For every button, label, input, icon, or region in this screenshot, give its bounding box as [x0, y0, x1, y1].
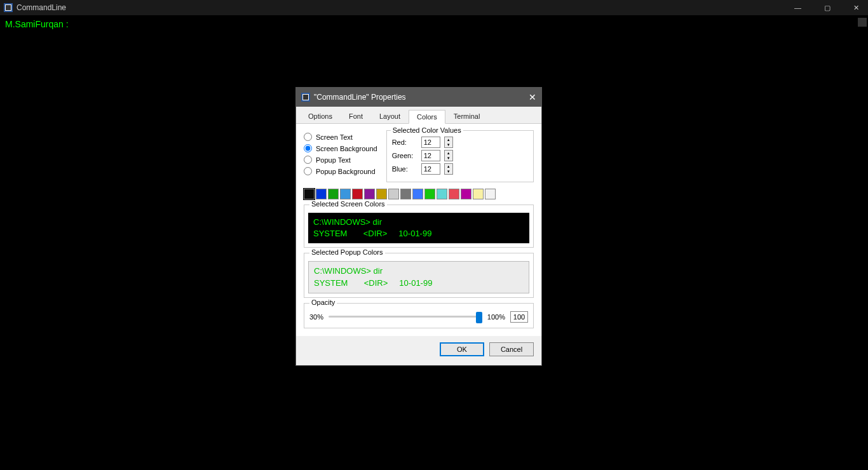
ok-button[interactable]: OK	[440, 342, 484, 356]
dialog-button-row: OK Cancel	[296, 336, 541, 365]
dialog-icon	[301, 93, 310, 102]
maximize-button[interactable]: ▢	[819, 3, 836, 13]
tab-options[interactable]: Options	[300, 109, 341, 123]
color-palette	[304, 189, 534, 199]
dialog-close-button[interactable]: ✕	[529, 92, 536, 102]
tab-colors[interactable]: Colors	[409, 110, 445, 124]
selected-color-values-group: Selected Color Values Red: ▲▼ Green: ▲▼ …	[386, 130, 534, 182]
palette-swatch-0[interactable]	[304, 189, 315, 199]
window-controls: — ▢ ✕	[789, 3, 864, 13]
palette-swatch-4[interactable]	[352, 189, 363, 199]
tab-strip: Options Font Layout Colors Terminal	[296, 107, 541, 124]
color-values-legend: Selected Color Values	[391, 126, 463, 134]
popup-preview-legend: Selected Popup Colors	[309, 248, 385, 256]
palette-swatch-7[interactable]	[388, 189, 399, 199]
opacity-input[interactable]	[510, 311, 528, 323]
dialog-title-text: "CommandLine" Properties	[314, 93, 406, 102]
minimize-button[interactable]: —	[789, 3, 806, 13]
popup-colors-preview: C:\WINDOWS> dir SYSTEM <DIR> 10-01-99	[308, 261, 529, 293]
palette-swatch-1[interactable]	[316, 189, 327, 199]
radio-popup-text-input[interactable]	[304, 156, 312, 164]
radio-screen-background-label: Screen Background	[316, 145, 377, 152]
screen-colors-preview: C:\WINDOWS> dir SYSTEM <DIR> 10-01-99	[308, 213, 529, 243]
tab-colors-body: Screen Text Screen Background Popup Text…	[296, 124, 541, 336]
palette-swatch-12[interactable]	[449, 189, 459, 199]
red-spinner[interactable]: ▲▼	[444, 137, 453, 148]
opacity-slider[interactable]	[329, 316, 482, 318]
green-input[interactable]	[421, 150, 440, 161]
cancel-button[interactable]: Cancel	[489, 342, 534, 356]
tab-terminal[interactable]: Terminal	[445, 109, 489, 123]
opacity-group: Opacity 30% 100%	[304, 303, 534, 328]
radio-screen-background-input[interactable]	[304, 144, 312, 152]
green-spinner[interactable]: ▲▼	[444, 150, 453, 161]
palette-swatch-15[interactable]	[485, 189, 496, 199]
terminal-output: M.SamiFurqan :	[0, 15, 868, 33]
tab-font[interactable]: Font	[341, 109, 371, 123]
palette-swatch-5[interactable]	[364, 189, 375, 199]
radio-screen-text-label: Screen Text	[316, 133, 353, 141]
red-label: Red:	[392, 138, 417, 146]
vertical-scrollbar-up[interactable]	[858, 18, 867, 27]
properties-dialog: "CommandLine" Properties ✕ Options Font …	[295, 87, 542, 366]
palette-swatch-13[interactable]	[461, 189, 471, 199]
terminal-prompt: M.SamiFurqan :	[5, 19, 69, 29]
palette-swatch-10[interactable]	[424, 189, 435, 199]
palette-swatch-3[interactable]	[340, 189, 351, 199]
palette-swatch-14[interactable]	[473, 189, 484, 199]
palette-swatch-2[interactable]	[328, 189, 339, 199]
blue-spinner[interactable]: ▲▼	[444, 163, 453, 175]
palette-swatch-9[interactable]	[412, 189, 423, 199]
radio-popup-background[interactable]: Popup Background	[304, 167, 377, 175]
green-label: Green:	[392, 152, 417, 159]
radio-popup-text-label: Popup Text	[316, 156, 351, 164]
color-target-radios: Screen Text Screen Background Popup Text…	[304, 130, 377, 182]
radio-popup-text[interactable]: Popup Text	[304, 156, 377, 164]
radio-screen-text[interactable]: Screen Text	[304, 133, 377, 141]
app-icon	[4, 3, 13, 12]
blue-input[interactable]	[421, 163, 440, 175]
radio-screen-background[interactable]: Screen Background	[304, 144, 377, 152]
radio-popup-background-label: Popup Background	[316, 168, 376, 175]
palette-swatch-11[interactable]	[437, 189, 447, 199]
opacity-slider-thumb[interactable]	[476, 312, 482, 323]
screen-colors-preview-group: Selected Screen Colors C:\WINDOWS> dir S…	[304, 205, 534, 248]
tab-layout[interactable]: Layout	[371, 109, 409, 123]
blue-label: Blue:	[392, 165, 417, 173]
main-titlebar: CommandLine — ▢ ✕	[0, 0, 868, 15]
svg-rect-5	[303, 95, 308, 100]
screen-preview-legend: Selected Screen Colors	[309, 200, 387, 208]
opacity-min-label: 30%	[309, 313, 323, 321]
radio-popup-background-input[interactable]	[304, 167, 312, 175]
svg-rect-2	[6, 5, 11, 10]
red-input[interactable]	[421, 137, 440, 148]
opacity-legend: Opacity	[309, 299, 337, 306]
popup-colors-preview-group: Selected Popup Colors C:\WINDOWS> dir SY…	[304, 253, 534, 297]
palette-swatch-6[interactable]	[376, 189, 387, 199]
radio-screen-text-input[interactable]	[304, 133, 312, 141]
close-button[interactable]: ✕	[848, 3, 864, 13]
app-title: CommandLine	[17, 3, 66, 12]
opacity-max-label: 100%	[487, 313, 505, 321]
dialog-titlebar: "CommandLine" Properties ✕	[296, 88, 541, 107]
palette-swatch-8[interactable]	[400, 189, 411, 199]
